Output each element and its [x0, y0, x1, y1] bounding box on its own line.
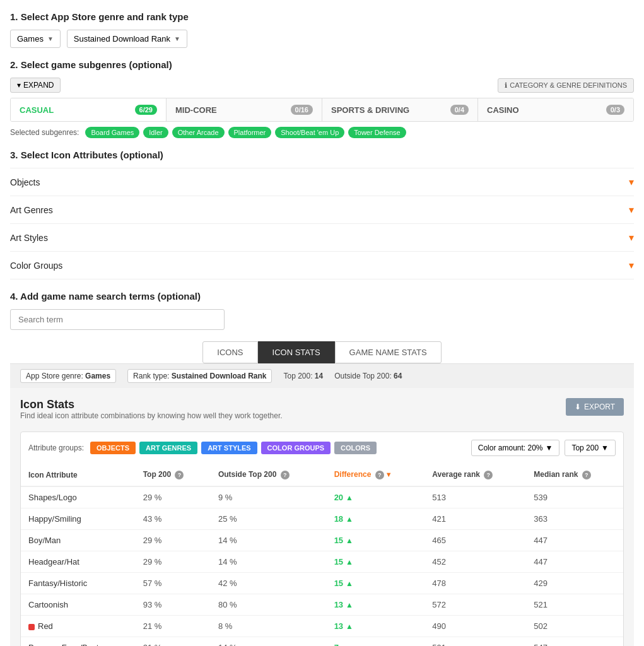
avg-rank: 513	[424, 486, 526, 508]
help-difference[interactable]: ?	[375, 471, 384, 479]
sort-arrow-icon: ▼	[385, 471, 392, 478]
tab-game-name-stats-label: GAME NAME STATS	[349, 348, 427, 357]
tab-icons[interactable]: ICONS	[202, 341, 257, 363]
tabs-bar: ICONS ICON STATS GAME NAME STATS	[10, 341, 634, 363]
chip-art-genres[interactable]: ART GENRES	[139, 442, 197, 454]
search-input[interactable]	[10, 309, 225, 330]
outside-pct: 14 %	[211, 551, 327, 573]
attr-art-styles[interactable]: Art Styles ▾	[10, 224, 634, 252]
chip-art-styles[interactable]: ART STYLES	[201, 442, 257, 454]
filter-row: Attribute groups: OBJECTS ART GENRES ART…	[21, 432, 623, 456]
median-rank: 447	[526, 551, 623, 573]
top200-pct: 21 %	[136, 637, 211, 647]
diff-cell: 7 ▲	[327, 637, 425, 647]
diff-value: 7 ▲	[334, 643, 418, 646]
icon-stats-section: Icon Stats Find ideal icon attribute com…	[10, 388, 634, 646]
genre-dropdown-value: Games	[17, 34, 44, 44]
genre-tab-casual[interactable]: CASUAL 6/29	[11, 98, 167, 121]
up-arrow-icon: ▲	[346, 558, 353, 567]
attr-name: Cartoonish	[21, 594, 136, 616]
tab-icon-stats-label: ICON STATS	[272, 348, 320, 357]
color-amount-dropdown[interactable]: Color amount: 20% ▼	[471, 440, 560, 456]
sports-badge: 0/4	[450, 105, 469, 115]
casino-tab-name: CASINO	[487, 105, 519, 115]
rank-dropdown[interactable]: Sustained Download Rank ▼	[67, 30, 187, 48]
genre-dropdown[interactable]: Games ▼	[10, 30, 61, 48]
outside-pct: 14 %	[211, 637, 327, 647]
expand-icon: ▾	[17, 81, 21, 90]
table-body: Shapes/Logo 29 % 9 % 20 ▲ 513 539 Happy/…	[21, 486, 623, 646]
chip-objects[interactable]: OBJECTS	[90, 442, 136, 454]
dropdowns-row: Games ▼ Sustained Download Rank ▼	[10, 30, 634, 48]
export-label: EXPORT	[584, 402, 615, 411]
subgenre-tag-boardgames[interactable]: Board Games	[85, 127, 139, 138]
rank-dropdown-value: Sustained Download Rank	[74, 34, 170, 44]
diff-cell: 18 ▲	[327, 508, 425, 530]
rank-dropdown-arrow: ▼	[174, 35, 180, 42]
diff-value: 13 ▲	[334, 621, 418, 631]
outside-pct: 9 %	[211, 486, 327, 508]
tab-icon-stats[interactable]: ICON STATS	[258, 341, 335, 363]
section-2: 2. Select game subgenres (optional) ▾ EX…	[10, 59, 634, 138]
subgenre-tag-shootbeat[interactable]: Shoot/Beat 'em Up	[275, 127, 344, 138]
section-2-title: 2. Select game subgenres (optional)	[10, 59, 634, 70]
rank-stats-value: Sustained Download Rank	[172, 372, 267, 380]
avg-rank: 465	[424, 530, 526, 551]
median-rank: 547	[526, 637, 623, 647]
art-genres-chevron-icon: ▾	[629, 204, 634, 216]
table-header-row: Icon Attribute Top 200 ? Outside Top 200…	[21, 464, 623, 486]
avg-rank: 478	[424, 573, 526, 594]
th-icon-attr: Icon Attribute	[21, 464, 136, 486]
subgenre-tag-idler[interactable]: Idler	[143, 127, 168, 138]
diff-value: 18 ▲	[334, 514, 418, 524]
top200-filter-dropdown[interactable]: Top 200 ▼	[565, 440, 616, 456]
midcore-tab-name: MID-CORE	[175, 105, 217, 115]
diff-cell: 15 ▲	[327, 551, 425, 573]
section-4: 4. Add game name search terms (optional)	[10, 291, 634, 330]
expand-button[interactable]: ▾ EXPAND	[10, 78, 61, 93]
top200-value: 14	[315, 372, 323, 380]
top200-pct: 21 %	[136, 616, 211, 637]
genre-tab-sports[interactable]: SPORTS & DRIVING 0/4	[322, 98, 478, 121]
outside-pct: 80 %	[211, 594, 327, 616]
attr-objects[interactable]: Objects ▾	[10, 168, 634, 196]
genre-stats-pill: App Store genre: Games	[20, 369, 116, 383]
help-median-rank[interactable]: ?	[582, 471, 591, 479]
export-button[interactable]: ⬇ EXPORT	[566, 398, 624, 416]
up-arrow-icon: ▲	[346, 515, 353, 524]
attr-section: Objects ▾ Art Genres ▾ Art Styles ▾ Colo…	[10, 168, 634, 279]
up-arrow-icon: ▲	[341, 643, 349, 647]
art-styles-chevron-icon: ▾	[629, 232, 634, 244]
attr-name: Fantasy/Historic	[21, 573, 136, 594]
attr-color-groups[interactable]: Color Groups ▾	[10, 252, 634, 279]
outside-pct: 8 %	[211, 616, 327, 637]
chip-colors[interactable]: COLORS	[334, 442, 377, 454]
genre-tab-midcore[interactable]: MID-CORE 0/16	[167, 98, 322, 121]
genre-tab-casino[interactable]: CASINO 0/3	[478, 98, 633, 121]
diff-cell: 13 ▲	[327, 594, 425, 616]
table-row: Boy/Man 29 % 14 % 15 ▲ 465 447	[21, 530, 623, 551]
export-icon: ⬇	[575, 402, 581, 411]
median-rank: 539	[526, 486, 623, 508]
attr-name: Boy/Man	[21, 530, 136, 551]
icon-stats-desc: Find ideal icon attribute combinations b…	[20, 411, 283, 420]
median-rank: 521	[526, 594, 623, 616]
help-top200[interactable]: ?	[175, 471, 184, 479]
color-amount-label: Color amount: 20%	[478, 443, 543, 452]
subgenre-tag-platformer[interactable]: Platformer	[228, 127, 272, 138]
table-row: Person - Face/Bust 21 % 14 % 7 ▲ 591 547	[21, 637, 623, 647]
help-avg-rank[interactable]: ?	[484, 471, 493, 479]
top200-pct: 29 %	[136, 486, 211, 508]
genre-tabs: CASUAL 6/29 MID-CORE 0/16 SPORTS & DRIVI…	[10, 98, 634, 122]
subgenre-tag-towerdefense[interactable]: Tower Defense	[348, 127, 406, 138]
help-outside-top200[interactable]: ?	[281, 471, 290, 479]
top200-pct: 29 %	[136, 551, 211, 573]
selected-subgenres-row: Selected subgenres: Board Games Idler Ot…	[10, 127, 634, 138]
category-def-button[interactable]: ℹ CATEGORY & GENRE DEFINITIONS	[498, 78, 634, 93]
attr-art-genres[interactable]: Art Genres ▾	[10, 196, 634, 224]
avg-rank: 421	[424, 508, 526, 530]
subgenre-tag-otherarcade[interactable]: Other Arcade	[172, 127, 225, 138]
tab-game-name-stats[interactable]: GAME NAME STATS	[335, 341, 442, 363]
chip-color-groups[interactable]: COLOR GROUPS	[261, 442, 331, 454]
top200-pct: 29 %	[136, 530, 211, 551]
